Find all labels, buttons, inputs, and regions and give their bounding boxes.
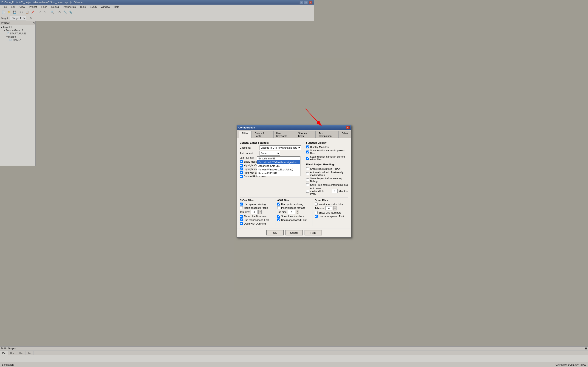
checkbox-highlight-braces-input[interactable] (240, 167, 243, 170)
checkbox-scan-editor: Scan function names in current editor fi… (306, 155, 314, 161)
checkbox-auto-reload: Automatic reload of externally modified … (306, 171, 314, 176)
encoding-option-utf8[interactable]: Encode in UTF-8 without signature (257, 160, 300, 164)
encoding-option-ansi[interactable]: Encode in ANSI (257, 157, 300, 160)
tab-user-keywords[interactable]: User Keywords (273, 131, 295, 138)
encoding-option-korean-euckr[interactable]: Korean EUC-KR (257, 171, 300, 175)
checkbox-scan-editor-input[interactable] (306, 157, 309, 160)
encoding-option-shiftjis[interactable]: Japanese Shift-JIS (257, 164, 300, 168)
encoding-label: Encoding: (240, 146, 258, 149)
checkbox-scan-project: Scan function names in project files (306, 149, 314, 155)
function-display-label: Function Display: (306, 141, 314, 144)
checkbox-backup-files: Create Backup files (*.BAK) (306, 167, 314, 170)
encoding-option-korean-johab[interactable]: Korean Windows 1361 (Johab) (257, 168, 300, 171)
encoding-container: Encode in UTF-8 without signature (259, 145, 301, 150)
dialog-title-bar: Configuration ✕ (237, 125, 314, 130)
auto-indent-row: Auto Indent: Smart None Block (240, 151, 301, 156)
file-project-label: File & Project Handling: (306, 163, 314, 166)
encoding-option-chinese-big5[interactable]: Chinese BIG5 (Traditional) (257, 175, 300, 176)
checkbox-highlight-line-input[interactable] (240, 164, 243, 167)
checkbox-auto-reload-input[interactable] (306, 172, 309, 175)
checkbox-show-message-input[interactable] (240, 160, 243, 163)
encoding-select[interactable]: Encode in UTF-8 without signature (259, 145, 301, 150)
checkbox-display-modules-input[interactable] (306, 145, 309, 148)
checkbox-scan-editor-label: Scan function names in current editor fi… (310, 155, 314, 161)
encoding-dropdown: Encode in ANSI Encode in UTF-8 without s… (257, 156, 300, 176)
encoding-row: Encoding: Encode in UTF-8 without signat… (240, 145, 301, 150)
auto-indent-label: Auto Indent: (240, 152, 258, 155)
checkbox-scan-project-label: Scan function names in project files (310, 149, 314, 155)
dialog-right-section: Function Display: Display Modules Scan f… (304, 140, 314, 176)
checkbox-display-modules: Display Modules (306, 145, 314, 148)
tab-shortcut-keys[interactable]: Shortcut Keys (295, 131, 314, 138)
look-feel-label: Look & Feel: (240, 156, 258, 159)
checkbox-display-modules-label: Display Modules (310, 146, 314, 148)
general-settings-label: General Editor Settings: (240, 141, 301, 144)
dialog-tabs: Editor Colors & Fonts User Keywords Shor… (237, 130, 314, 138)
tab-editor[interactable]: Editor (239, 131, 251, 138)
checkbox-colored-tabs-input[interactable] (240, 175, 243, 176)
checkbox-scan-project-input[interactable] (306, 150, 309, 153)
tab-colors-fonts[interactable]: Colors & Fonts (252, 131, 273, 138)
auto-indent-select[interactable]: Smart None Block (259, 151, 280, 156)
checkbox-auto-reload-label: Automatic reload of externally modified … (310, 171, 314, 176)
checkbox-backup-files-label: Create Backup files (*.BAK) (310, 167, 314, 170)
checkbox-print-syntax-input[interactable] (240, 171, 243, 174)
dialog-title: Configuration (238, 126, 255, 129)
checkbox-backup-files-input[interactable] (306, 167, 309, 170)
